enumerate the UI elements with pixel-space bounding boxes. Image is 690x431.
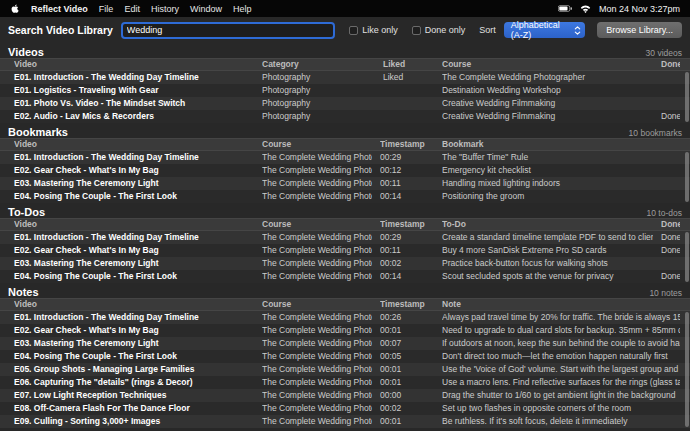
- cell: 00:01: [380, 363, 434, 376]
- sort-dropdown-value: Alphabetical (A-Z): [511, 20, 567, 40]
- cell: The Complete Wedding Photographer: [262, 244, 372, 257]
- battery-icon[interactable]: [558, 5, 572, 12]
- column-header-course: Course: [262, 138, 372, 151]
- table-row[interactable]: E02. Gear Check - What's In My BagThe Co…: [0, 324, 690, 337]
- table-row[interactable]: E03. Mastering The Ceremony LightThe Com…: [0, 177, 690, 190]
- like-only-label: Like only: [362, 25, 398, 35]
- bookmarks-count: 10 bookmarks: [629, 128, 682, 138]
- like-only-checkbox[interactable]: [349, 26, 358, 35]
- cell: The Complete Wedding Photographer: [262, 324, 372, 337]
- cell: 00:00: [380, 389, 434, 402]
- video-title-cell: E02. Gear Check - What's In My Bag: [14, 244, 254, 257]
- video-title-cell: E07. Low Light Reception Techniques: [14, 389, 254, 402]
- menubar-status-area: Mon 24 Nov 3:27pm: [558, 4, 680, 14]
- cell: 00:29: [380, 231, 434, 244]
- column-header-bookmark: Bookmark: [442, 138, 680, 151]
- table-row[interactable]: E09. Culling - Sorting 3,000+ ImagesThe …: [0, 415, 690, 428]
- table-row[interactable]: E08. Off-Camera Flash For The Dance Floo…: [0, 402, 690, 415]
- video-title-cell: E08. Off-Camera Flash For The Dance Floo…: [14, 402, 254, 415]
- notes-title: Notes: [8, 286, 39, 298]
- menubar-app-name[interactable]: Reflect Video: [31, 4, 88, 14]
- videos-count: 30 videos: [646, 48, 682, 58]
- bookmarks-scrollbar[interactable]: [685, 152, 689, 202]
- videos-scrollbar[interactable]: [685, 72, 689, 122]
- table-row[interactable]: E01. Introduction - The Wedding Day Time…: [0, 151, 690, 164]
- sort-label: Sort: [479, 25, 496, 35]
- table-row[interactable]: E01. Introduction - The Wedding Day Time…: [0, 311, 690, 324]
- table-row[interactable]: E01. Introduction - The Wedding Day Time…: [0, 231, 690, 244]
- menu-history[interactable]: History: [151, 4, 179, 14]
- column-header-video: Video: [14, 298, 254, 311]
- notes-table-header: VideoCourseTimestampNote: [0, 298, 690, 311]
- cell: 00:11: [380, 177, 434, 190]
- menu-file[interactable]: File: [99, 4, 114, 14]
- browse-library-button[interactable]: Browse Library...: [597, 22, 682, 38]
- cell: 00:02: [380, 257, 434, 270]
- todos-scrollbar[interactable]: [685, 232, 689, 282]
- search-input[interactable]: [121, 22, 335, 39]
- cell: The Complete Wedding Photographer: [442, 71, 653, 84]
- table-row[interactable]: E05. Group Shots - Managing Large Famili…: [0, 363, 690, 376]
- column-header-note: Note: [442, 298, 680, 311]
- menu-help[interactable]: Help: [233, 4, 252, 14]
- cell: Creative Wedding Filmmaking: [442, 97, 653, 110]
- video-title-cell: E01. Introduction - The Wedding Day Time…: [14, 231, 254, 244]
- cell: The Complete Wedding Photographer: [262, 376, 372, 389]
- search-library-label: Search Video Library: [8, 24, 113, 36]
- video-title-cell: E01. Photo Vs. Video - The Mindset Switc…: [14, 97, 254, 110]
- table-row[interactable]: E07. Low Light Reception TechniquesThe C…: [0, 389, 690, 402]
- apple-menu-icon[interactable]: [10, 3, 20, 14]
- cell: 00:14: [380, 190, 434, 203]
- sort-dropdown[interactable]: Alphabetical (A-Z): [504, 22, 585, 38]
- table-row[interactable]: E06. Capturing The "details" (rings & De…: [0, 376, 690, 389]
- cell: 00:02: [380, 402, 434, 415]
- cell: Use a macro lens. Find reflective surfac…: [442, 376, 680, 389]
- cell: Photography: [262, 71, 375, 84]
- notes-scrollbar[interactable]: [685, 312, 689, 427]
- video-title-cell: E05. Group Shots - Managing Large Famili…: [14, 363, 254, 376]
- done-only-checkbox[interactable]: [412, 26, 421, 35]
- like-only-filter[interactable]: Like only: [349, 25, 398, 35]
- table-row[interactable]: E01. Photo Vs. Video - The Mindset Switc…: [0, 97, 690, 110]
- cell: The Complete Wedding Photographer: [262, 177, 372, 190]
- cell: The Complete Wedding Photographer: [262, 190, 372, 203]
- column-header-video: Video: [14, 58, 254, 71]
- video-title-cell: E03. Mastering The Ceremony Light: [14, 337, 254, 350]
- column-header-done: Done: [661, 58, 680, 71]
- table-row[interactable]: E02. Gear Check - What's In My BagThe Co…: [0, 244, 690, 257]
- table-row[interactable]: E04. Posing The Couple - The First LookT…: [0, 350, 690, 363]
- column-header-timestamp: Timestamp: [380, 218, 434, 231]
- menu-window[interactable]: Window: [190, 4, 222, 14]
- cell: Set up two flashes in opposite corners o…: [442, 402, 680, 415]
- table-row[interactable]: E03. Mastering The Ceremony LightThe Com…: [0, 337, 690, 350]
- cell: Be ruthless. If it's soft focus, delete …: [442, 415, 680, 428]
- search-toolbar: Search Video Library Like only Done only…: [0, 17, 690, 43]
- bookmarks-section: Bookmarks 10 bookmarks VideoCourseTimest…: [0, 123, 690, 203]
- table-row[interactable]: E02. Audio - Lav Mics & RecordersPhotogr…: [0, 110, 690, 123]
- cell: Photography: [262, 84, 375, 97]
- video-title-cell: E02. Gear Check - What's In My Bag: [14, 164, 254, 177]
- column-header-video: Video: [14, 218, 254, 231]
- cell: 00:01: [380, 324, 434, 337]
- table-row[interactable]: E02. Gear Check - What's In My BagThe Co…: [0, 164, 690, 177]
- wifi-icon[interactable]: [580, 5, 591, 13]
- cell: Positioning the groom: [442, 190, 680, 203]
- table-row[interactable]: E04. Posing The Couple - The First LookT…: [0, 270, 690, 283]
- table-row[interactable]: E01. Introduction - The Wedding Day Time…: [0, 71, 690, 84]
- column-header-category: Category: [262, 58, 375, 71]
- menu-bar: Reflect Video File Edit History Window H…: [0, 0, 690, 17]
- done-only-filter[interactable]: Done only: [412, 25, 466, 35]
- todos-count: 10 to-dos: [647, 208, 682, 218]
- cell: The Complete Wedding Photographer: [262, 231, 372, 244]
- cell: The Complete Wedding Photographer: [262, 402, 372, 415]
- table-row[interactable]: E04. Posing The Couple - The First LookT…: [0, 190, 690, 203]
- table-row[interactable]: E03. Mastering The Ceremony LightThe Com…: [0, 257, 690, 270]
- videos-table: VideoCategoryLikedCourseDone E01. Introd…: [0, 58, 690, 123]
- cell: 00:29: [380, 151, 434, 164]
- menu-edit[interactable]: Edit: [124, 4, 140, 14]
- video-title-cell: E04. Posing The Couple - The First Look: [14, 190, 254, 203]
- clock-text[interactable]: Mon 24 Nov 3:27pm: [599, 4, 680, 14]
- cell: The "Buffer Time" Rule: [442, 151, 680, 164]
- column-header-liked: Liked: [383, 58, 434, 71]
- table-row[interactable]: E01. Logistics - Traveling With GearPhot…: [0, 84, 690, 97]
